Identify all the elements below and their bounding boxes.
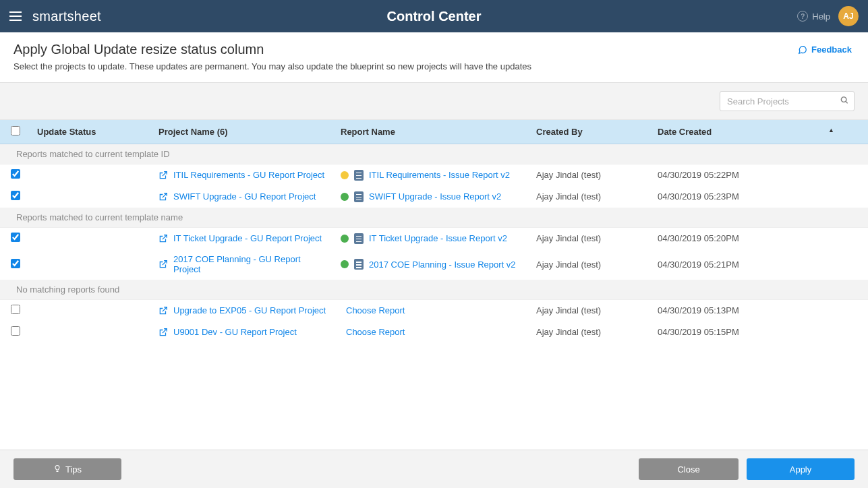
cell-date-created: 04/30/2019 05:13PM [651, 300, 868, 322]
open-project-icon[interactable] [158, 306, 168, 315]
cell-date-created: 04/30/2019 05:23PM [651, 186, 868, 208]
table-row: 2017 COE Planning - GU Report Project201… [0, 249, 868, 280]
report-link[interactable]: IT Ticket Upgrade - Issue Report v2 [369, 233, 507, 243]
column-update-status[interactable]: Update Status [30, 120, 152, 144]
open-project-icon[interactable] [158, 234, 168, 243]
table-row: ITIL Requirements - GU Report ProjectITI… [0, 164, 868, 186]
cell-date-created: 04/30/2019 05:20PM [651, 228, 868, 249]
footer: Tips Close Apply [0, 450, 868, 488]
open-project-icon[interactable] [158, 192, 168, 202]
cell-created-by: Ajay Jindal (test) [529, 164, 651, 186]
cell-project-name: 2017 COE Planning - GU Report Project [152, 249, 334, 280]
project-link[interactable]: U9001 Dev - GU Report Project [173, 327, 297, 337]
row-checkbox[interactable] [11, 259, 20, 268]
row-checkbox[interactable] [11, 233, 20, 242]
cell-project-name: SWIFT Upgrade - GU Report Project [152, 186, 334, 208]
project-link[interactable]: SWIFT Upgrade - GU Report Project [173, 191, 316, 202]
cell-update-status [30, 300, 152, 322]
help-label: Help [812, 11, 830, 22]
table-row: Upgrade to EXP05 - GU Report ProjectChoo… [0, 300, 868, 322]
project-link[interactable]: IT Ticket Upgrade - GU Report Project [173, 233, 322, 243]
column-report-name[interactable]: Report Name [334, 120, 529, 144]
row-checkbox[interactable] [11, 305, 20, 314]
cell-update-status [30, 186, 152, 208]
choose-report-link[interactable]: Choose Report [346, 327, 405, 337]
feedback-link[interactable]: Feedback [798, 44, 852, 55]
open-project-icon[interactable] [158, 171, 168, 180]
table-row: SWIFT Upgrade - GU Report ProjectSWIFT U… [0, 186, 868, 208]
tips-button[interactable]: Tips [13, 458, 121, 480]
cell-created-by: Ajay Jindal (test) [529, 300, 651, 322]
toolbar [0, 83, 868, 120]
cell-created-by: Ajay Jindal (test) [529, 228, 651, 249]
group-header-label: No matching reports found [0, 280, 868, 300]
page-subtitle: Select the projects to update. These upd… [13, 61, 855, 71]
column-created-by[interactable]: Created By [529, 120, 651, 144]
cell-update-status [30, 322, 152, 343]
group-header: No matching reports found [0, 280, 868, 300]
search-icon[interactable] [840, 96, 849, 107]
table-row: IT Ticket Upgrade - GU Report ProjectIT … [0, 228, 868, 249]
page-title: Apply Global Update resize status column [13, 42, 855, 57]
row-checkbox[interactable] [11, 169, 20, 179]
help-icon: ? [797, 11, 808, 22]
report-link[interactable]: ITIL Requirements - Issue Report v2 [369, 170, 510, 180]
group-header-label: Reports matched to current template name [0, 208, 868, 228]
report-link[interactable]: 2017 COE Planning - Issue Report v2 [369, 260, 516, 270]
cell-project-name: IT Ticket Upgrade - GU Report Project [152, 228, 334, 249]
report-icon[interactable] [354, 191, 364, 202]
project-link[interactable]: 2017 COE Planning - GU Report Project [173, 254, 327, 274]
column-select-all[interactable] [0, 120, 30, 144]
cell-project-name: ITIL Requirements - GU Report Project [152, 164, 334, 186]
sort-caret-icon: ▲ [828, 127, 834, 133]
select-all-checkbox[interactable] [11, 126, 20, 135]
help-link[interactable]: ? Help [797, 11, 830, 22]
cell-report-name: SWIFT Upgrade - Issue Report v2 [334, 186, 529, 208]
row-checkbox[interactable] [11, 326, 20, 336]
menu-icon[interactable] [9, 9, 24, 24]
cell-created-by: Ajay Jindal (test) [529, 249, 651, 280]
cell-update-status [30, 249, 152, 280]
projects-table: Update Status Project Name (6) Report Na… [0, 120, 868, 450]
feedback-icon [798, 45, 807, 55]
column-date-created[interactable]: Date Created ▲ [651, 120, 868, 144]
open-project-icon[interactable] [158, 260, 168, 269]
report-icon[interactable] [354, 233, 364, 244]
project-link[interactable]: Upgrade to EXP05 - GU Report Project [173, 305, 326, 315]
cell-update-status [30, 228, 152, 249]
open-project-icon[interactable] [158, 328, 168, 337]
status-dot-icon [341, 260, 349, 268]
cell-project-name: U9001 Dev - GU Report Project [152, 322, 334, 343]
column-project-name[interactable]: Project Name (6) [152, 120, 334, 144]
cell-report-name: ITIL Requirements - Issue Report v2 [334, 164, 529, 186]
cell-date-created: 04/30/2019 05:15PM [651, 322, 868, 343]
cell-created-by: Ajay Jindal (test) [529, 186, 651, 208]
cell-report-name: Choose Report [334, 322, 529, 343]
cell-report-name: IT Ticket Upgrade - Issue Report v2 [334, 228, 529, 249]
svg-point-0 [841, 97, 846, 102]
status-dot-icon [341, 193, 349, 201]
choose-report-link[interactable]: Choose Report [346, 305, 405, 315]
row-checkbox[interactable] [11, 191, 20, 200]
close-button[interactable]: Close [639, 458, 739, 480]
app-title: Control Center [387, 9, 482, 24]
lightbulb-icon [53, 464, 61, 475]
cell-report-name: 2017 COE Planning - Issue Report v2 [334, 249, 529, 280]
status-dot-icon [341, 171, 349, 179]
group-header-label: Reports matched to current template ID [0, 144, 868, 164]
table-row: U9001 Dev - GU Report ProjectChoose Repo… [0, 322, 868, 343]
user-avatar[interactable]: AJ [838, 6, 859, 26]
report-icon[interactable] [354, 259, 364, 270]
svg-line-1 [846, 101, 848, 103]
group-header: Reports matched to current template name [0, 208, 868, 228]
tips-label: Tips [65, 464, 82, 475]
report-link[interactable]: SWIFT Upgrade - Issue Report v2 [369, 191, 501, 202]
report-icon[interactable] [354, 170, 364, 181]
feedback-label: Feedback [811, 44, 852, 55]
search-input[interactable] [720, 91, 855, 111]
page-header: Apply Global Update resize status column… [0, 32, 868, 83]
project-link[interactable]: ITIL Requirements - GU Report Project [173, 170, 324, 180]
cell-report-name: Choose Report [334, 300, 529, 322]
apply-button[interactable]: Apply [747, 458, 855, 480]
cell-created-by: Ajay Jindal (test) [529, 322, 651, 343]
